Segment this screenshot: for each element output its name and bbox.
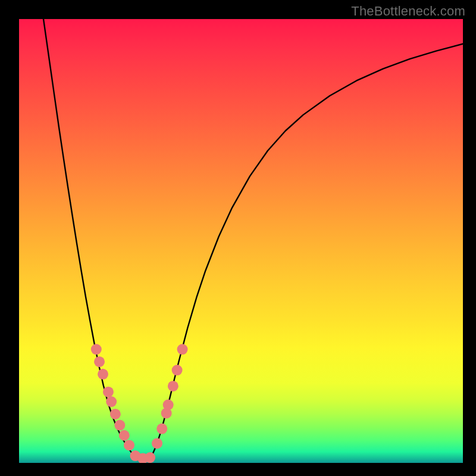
- highlight-dot: [94, 356, 105, 367]
- highlight-dot: [98, 369, 108, 380]
- highlight-dot: [103, 387, 114, 397]
- highlight-dot: [152, 438, 162, 449]
- highlight-dot: [110, 409, 121, 419]
- highlight-dot: [163, 399, 174, 410]
- highlight-dot: [145, 452, 155, 463]
- plot-area: [19, 19, 463, 463]
- chart-frame: TheBottleneck.com: [0, 0, 476, 476]
- highlight-dot: [114, 420, 125, 431]
- highlight-dot: [156, 424, 167, 434]
- dots-layer: [19, 19, 463, 463]
- highlight-dots-group: [91, 344, 188, 463]
- highlight-dot: [177, 344, 188, 355]
- highlight-dot: [124, 440, 134, 450]
- highlight-dot: [91, 344, 102, 355]
- highlight-dot: [168, 381, 178, 392]
- watermark-text: TheBottleneck.com: [351, 4, 465, 19]
- highlight-dot: [119, 430, 130, 441]
- highlight-dot: [172, 365, 183, 375]
- highlight-dot: [106, 396, 117, 407]
